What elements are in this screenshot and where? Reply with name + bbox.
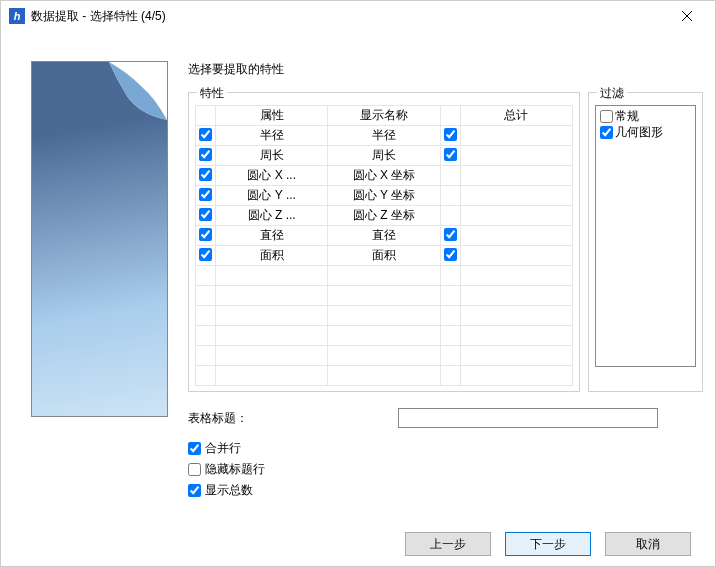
titlebar: h 数据提取 - 选择特性 (4/5) [1, 1, 715, 31]
option-label: 合并行 [205, 440, 241, 457]
attr-cell: 面积 [216, 246, 328, 266]
table-header-row: 属性 显示名称 总计 [196, 106, 573, 126]
total-check-cell [440, 146, 460, 166]
total-checkbox[interactable] [444, 128, 457, 141]
table-row-empty [196, 286, 573, 306]
table-row[interactable]: 直径直径 [196, 226, 573, 246]
attributes-group-label: 特性 [197, 85, 227, 102]
options-list: 合并行隐藏标题行显示总数 [188, 440, 703, 499]
table-title-input[interactable] [398, 408, 658, 428]
option-label: 隐藏标题行 [205, 461, 265, 478]
col-header-total[interactable]: 总计 [460, 106, 572, 126]
option-label: 显示总数 [205, 482, 253, 499]
row-checkbox[interactable] [199, 228, 212, 241]
display-cell: 圆心 X 坐标 [328, 166, 440, 186]
total-cell [460, 226, 572, 246]
filter-list: 常规几何图形 [595, 105, 696, 367]
total-checkbox[interactable] [444, 248, 457, 261]
col-header-totalcheck[interactable] [440, 106, 460, 126]
prev-button[interactable]: 上一步 [405, 532, 491, 556]
right-pane: 选择要提取的特性 特性 属性 显示名称 总计 [188, 61, 703, 512]
table-row[interactable]: 面积面积 [196, 246, 573, 266]
filter-item[interactable]: 几何图形 [600, 124, 691, 140]
filter-group-label: 过滤 [597, 85, 627, 102]
table-row-empty [196, 366, 573, 386]
option-item[interactable]: 显示总数 [188, 482, 703, 499]
table-row-empty [196, 266, 573, 286]
total-cell [460, 186, 572, 206]
display-cell: 半径 [328, 126, 440, 146]
page-fold-icon [109, 62, 167, 120]
table-title-label: 表格标题： [188, 410, 388, 427]
option-checkbox[interactable] [188, 463, 201, 476]
footer-buttons: 上一步 下一步 取消 [1, 522, 715, 566]
total-checkbox[interactable] [444, 148, 457, 161]
row-checkbox[interactable] [199, 148, 212, 161]
col-header-display[interactable]: 显示名称 [328, 106, 440, 126]
table-row-empty [196, 306, 573, 326]
instruction-text: 选择要提取的特性 [188, 61, 703, 78]
filter-label: 常规 [615, 108, 639, 125]
col-header-check[interactable] [196, 106, 216, 126]
attr-cell: 圆心 Y ... [216, 186, 328, 206]
preview-image [31, 61, 168, 417]
row-checkbox[interactable] [199, 128, 212, 141]
table-row-empty [196, 326, 573, 346]
content-area: 选择要提取的特性 特性 属性 显示名称 总计 [1, 31, 715, 522]
filter-checkbox[interactable] [600, 126, 613, 139]
row-checkbox[interactable] [199, 208, 212, 221]
total-cell [460, 206, 572, 226]
total-cell [460, 126, 572, 146]
total-check-cell [440, 186, 460, 206]
attr-cell: 直径 [216, 226, 328, 246]
table-row[interactable]: 圆心 X ...圆心 X 坐标 [196, 166, 573, 186]
total-check-cell [440, 226, 460, 246]
close-icon [682, 11, 692, 21]
row-checkbox[interactable] [199, 168, 212, 181]
display-cell: 直径 [328, 226, 440, 246]
option-item[interactable]: 合并行 [188, 440, 703, 457]
close-button[interactable] [667, 1, 707, 31]
table-row[interactable]: 圆心 Y ...圆心 Y 坐标 [196, 186, 573, 206]
table-row[interactable]: 圆心 Z ...圆心 Z 坐标 [196, 206, 573, 226]
filter-group: 过滤 常规几何图形 [588, 92, 703, 392]
display-cell: 圆心 Y 坐标 [328, 186, 440, 206]
total-check-cell [440, 246, 460, 266]
attr-cell: 周长 [216, 146, 328, 166]
row-checkbox[interactable] [199, 248, 212, 261]
total-checkbox[interactable] [444, 228, 457, 241]
filter-checkbox[interactable] [600, 110, 613, 123]
table-row[interactable]: 半径半径 [196, 126, 573, 146]
attr-cell: 圆心 X ... [216, 166, 328, 186]
attributes-group: 特性 属性 显示名称 总计 半径半径周长周长圆心 X [188, 92, 580, 392]
row-checkbox[interactable] [199, 188, 212, 201]
display-cell: 圆心 Z 坐标 [328, 206, 440, 226]
option-item[interactable]: 隐藏标题行 [188, 461, 703, 478]
attr-cell: 半径 [216, 126, 328, 146]
option-checkbox[interactable] [188, 442, 201, 455]
table-row-empty [196, 346, 573, 366]
table-row[interactable]: 周长周长 [196, 146, 573, 166]
option-checkbox[interactable] [188, 484, 201, 497]
preview-pane [31, 61, 168, 512]
filter-item[interactable]: 常规 [600, 108, 691, 124]
filter-label: 几何图形 [615, 124, 663, 141]
attr-cell: 圆心 Z ... [216, 206, 328, 226]
table-title-row: 表格标题： [188, 408, 703, 428]
display-cell: 面积 [328, 246, 440, 266]
total-cell [460, 166, 572, 186]
display-cell: 周长 [328, 146, 440, 166]
app-icon: h [9, 8, 25, 24]
total-cell [460, 146, 572, 166]
total-check-cell [440, 166, 460, 186]
total-check-cell [440, 126, 460, 146]
next-button[interactable]: 下一步 [505, 532, 591, 556]
dialog-title: 数据提取 - 选择特性 (4/5) [31, 8, 667, 25]
cancel-button[interactable]: 取消 [605, 532, 691, 556]
attributes-table: 属性 显示名称 总计 半径半径周长周长圆心 X ...圆心 X 坐标圆心 Y .… [195, 105, 573, 386]
total-check-cell [440, 206, 460, 226]
dialog-window: h 数据提取 - 选择特性 (4/5) 选择要提取的特性 特性 [0, 0, 716, 567]
total-cell [460, 246, 572, 266]
col-header-attr[interactable]: 属性 [216, 106, 328, 126]
mid-row: 特性 属性 显示名称 总计 半径半径周长周长圆心 X [188, 92, 703, 392]
